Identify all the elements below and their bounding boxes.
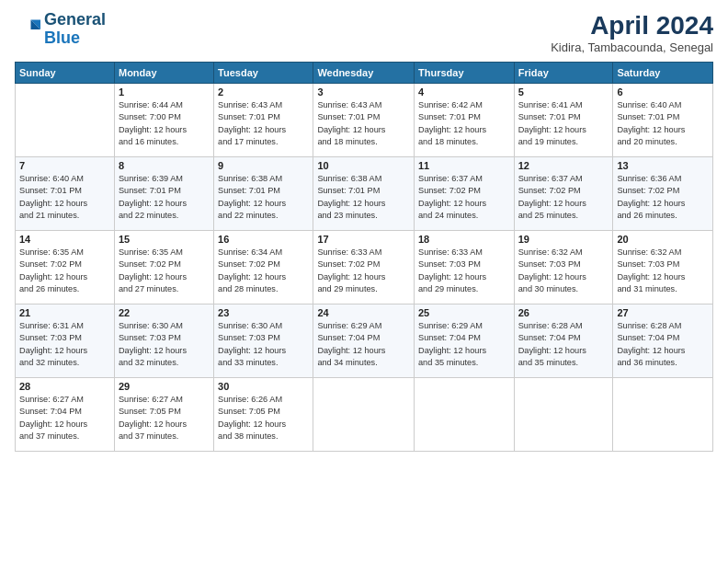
day-info: Sunrise: 6:41 AM Sunset: 7:01 PM Dayligh… <box>518 99 609 148</box>
calendar-cell: 8Sunrise: 6:39 AM Sunset: 7:01 PM Daylig… <box>114 157 213 231</box>
calendar-cell: 24Sunrise: 6:29 AM Sunset: 7:04 PM Dayli… <box>313 304 415 378</box>
day-number: 18 <box>418 234 510 245</box>
day-info: Sunrise: 6:44 AM Sunset: 7:00 PM Dayligh… <box>119 99 210 148</box>
page: General Blue April 2024 Kidira, Tambacou… <box>0 0 728 563</box>
calendar-cell: 13Sunrise: 6:36 AM Sunset: 7:02 PM Dayli… <box>613 157 713 231</box>
calendar-cell: 16Sunrise: 6:34 AM Sunset: 7:02 PM Dayli… <box>214 231 313 304</box>
calendar-cell: 19Sunrise: 6:32 AM Sunset: 7:03 PM Dayli… <box>514 231 613 304</box>
col-friday: Friday <box>514 63 613 84</box>
calendar-cell: 3Sunrise: 6:43 AM Sunset: 7:01 PM Daylig… <box>313 84 415 157</box>
day-number: 9 <box>218 160 309 171</box>
day-number: 16 <box>218 234 309 245</box>
day-number: 6 <box>617 86 709 98</box>
day-number: 26 <box>518 307 609 318</box>
calendar-table: Sunday Monday Tuesday Wednesday Thursday… <box>15 62 713 452</box>
day-number: 28 <box>19 381 110 392</box>
calendar-cell: 1Sunrise: 6:44 AM Sunset: 7:00 PM Daylig… <box>114 84 213 157</box>
day-info: Sunrise: 6:30 AM Sunset: 7:03 PM Dayligh… <box>218 320 309 369</box>
day-info: Sunrise: 6:30 AM Sunset: 7:03 PM Dayligh… <box>119 320 210 369</box>
calendar-cell: 27Sunrise: 6:28 AM Sunset: 7:04 PM Dayli… <box>613 304 713 378</box>
col-monday: Monday <box>114 63 213 84</box>
day-info: Sunrise: 6:34 AM Sunset: 7:02 PM Dayligh… <box>218 247 309 295</box>
week-row-1: 1Sunrise: 6:44 AM Sunset: 7:00 PM Daylig… <box>16 84 713 157</box>
week-row-2: 7Sunrise: 6:40 AM Sunset: 7:01 PM Daylig… <box>16 157 713 231</box>
day-number: 21 <box>19 307 110 318</box>
col-sunday: Sunday <box>16 63 115 84</box>
day-info: Sunrise: 6:28 AM Sunset: 7:04 PM Dayligh… <box>617 320 709 369</box>
calendar-cell: 23Sunrise: 6:30 AM Sunset: 7:03 PM Dayli… <box>214 304 313 378</box>
calendar-cell: 9Sunrise: 6:38 AM Sunset: 7:01 PM Daylig… <box>214 157 313 231</box>
location: Kidira, Tambacounda, Senegal <box>551 40 713 54</box>
day-info: Sunrise: 6:40 AM Sunset: 7:01 PM Dayligh… <box>19 173 110 222</box>
calendar-cell: 7Sunrise: 6:40 AM Sunset: 7:01 PM Daylig… <box>16 157 115 231</box>
day-info: Sunrise: 6:29 AM Sunset: 7:04 PM Dayligh… <box>317 320 410 369</box>
day-number: 3 <box>317 86 410 98</box>
day-info: Sunrise: 6:31 AM Sunset: 7:03 PM Dayligh… <box>19 320 110 369</box>
day-number: 29 <box>119 381 210 392</box>
day-number: 2 <box>218 86 309 98</box>
calendar-cell: 5Sunrise: 6:41 AM Sunset: 7:01 PM Daylig… <box>514 84 613 157</box>
day-number: 10 <box>317 160 410 171</box>
day-number: 17 <box>317 234 410 245</box>
calendar-cell: 11Sunrise: 6:37 AM Sunset: 7:02 PM Dayli… <box>415 157 515 231</box>
day-number: 22 <box>119 307 210 318</box>
day-info: Sunrise: 6:40 AM Sunset: 7:01 PM Dayligh… <box>617 99 709 148</box>
day-info: Sunrise: 6:27 AM Sunset: 7:05 PM Dayligh… <box>119 394 210 442</box>
day-number: 14 <box>19 234 110 245</box>
calendar-cell: 12Sunrise: 6:37 AM Sunset: 7:02 PM Dayli… <box>514 157 613 231</box>
day-info: Sunrise: 6:38 AM Sunset: 7:01 PM Dayligh… <box>218 173 309 222</box>
column-headers: Sunday Monday Tuesday Wednesday Thursday… <box>16 63 713 84</box>
calendar-cell <box>514 378 613 452</box>
day-info: Sunrise: 6:36 AM Sunset: 7:02 PM Dayligh… <box>617 173 709 222</box>
calendar-cell: 18Sunrise: 6:33 AM Sunset: 7:03 PM Dayli… <box>415 231 515 304</box>
calendar-cell <box>415 378 515 452</box>
day-number: 19 <box>518 234 609 245</box>
calendar-cell: 25Sunrise: 6:29 AM Sunset: 7:04 PM Dayli… <box>415 304 515 378</box>
col-wednesday: Wednesday <box>313 63 415 84</box>
calendar-cell: 17Sunrise: 6:33 AM Sunset: 7:02 PM Dayli… <box>313 231 415 304</box>
calendar-cell: 4Sunrise: 6:42 AM Sunset: 7:01 PM Daylig… <box>415 84 515 157</box>
day-number: 30 <box>218 381 309 392</box>
day-info: Sunrise: 6:26 AM Sunset: 7:05 PM Dayligh… <box>218 394 309 442</box>
day-info: Sunrise: 6:33 AM Sunset: 7:02 PM Dayligh… <box>317 247 410 295</box>
day-number: 7 <box>19 160 110 171</box>
day-number: 12 <box>518 160 609 171</box>
day-number: 25 <box>418 307 510 318</box>
day-number: 13 <box>617 160 709 171</box>
day-info: Sunrise: 6:33 AM Sunset: 7:03 PM Dayligh… <box>418 247 510 295</box>
title-area: April 2024 Kidira, Tambacounda, Senegal <box>551 11 713 54</box>
day-info: Sunrise: 6:27 AM Sunset: 7:04 PM Dayligh… <box>19 394 110 442</box>
calendar-cell: 6Sunrise: 6:40 AM Sunset: 7:01 PM Daylig… <box>613 84 713 157</box>
calendar-cell: 15Sunrise: 6:35 AM Sunset: 7:02 PM Dayli… <box>114 231 213 304</box>
day-info: Sunrise: 6:28 AM Sunset: 7:04 PM Dayligh… <box>518 320 609 369</box>
day-info: Sunrise: 6:42 AM Sunset: 7:01 PM Dayligh… <box>418 99 510 148</box>
day-info: Sunrise: 6:32 AM Sunset: 7:03 PM Dayligh… <box>617 247 709 295</box>
calendar-cell <box>313 378 415 452</box>
logo-text: General Blue <box>44 11 106 48</box>
col-thursday: Thursday <box>415 63 515 84</box>
calendar-cell: 29Sunrise: 6:27 AM Sunset: 7:05 PM Dayli… <box>114 378 213 452</box>
calendar-cell: 30Sunrise: 6:26 AM Sunset: 7:05 PM Dayli… <box>214 378 313 452</box>
day-info: Sunrise: 6:37 AM Sunset: 7:02 PM Dayligh… <box>518 173 609 222</box>
calendar-cell: 28Sunrise: 6:27 AM Sunset: 7:04 PM Dayli… <box>16 378 115 452</box>
logo-line1: General <box>44 10 106 29</box>
day-info: Sunrise: 6:32 AM Sunset: 7:03 PM Dayligh… <box>518 247 609 295</box>
calendar-cell: 22Sunrise: 6:30 AM Sunset: 7:03 PM Dayli… <box>114 304 213 378</box>
week-row-4: 21Sunrise: 6:31 AM Sunset: 7:03 PM Dayli… <box>16 304 713 378</box>
calendar-cell: 21Sunrise: 6:31 AM Sunset: 7:03 PM Dayli… <box>16 304 115 378</box>
day-info: Sunrise: 6:43 AM Sunset: 7:01 PM Dayligh… <box>317 99 410 148</box>
day-number: 5 <box>518 86 609 98</box>
day-number: 11 <box>418 160 510 171</box>
calendar-cell: 10Sunrise: 6:38 AM Sunset: 7:01 PM Dayli… <box>313 157 415 231</box>
day-number: 8 <box>119 160 210 171</box>
day-number: 24 <box>317 307 410 318</box>
calendar-cell: 14Sunrise: 6:35 AM Sunset: 7:02 PM Dayli… <box>16 231 115 304</box>
day-info: Sunrise: 6:35 AM Sunset: 7:02 PM Dayligh… <box>19 247 110 295</box>
calendar-cell: 26Sunrise: 6:28 AM Sunset: 7:04 PM Dayli… <box>514 304 613 378</box>
day-number: 1 <box>119 86 210 98</box>
day-info: Sunrise: 6:39 AM Sunset: 7:01 PM Dayligh… <box>119 173 210 222</box>
day-number: 20 <box>617 234 709 245</box>
day-number: 4 <box>418 86 510 98</box>
day-info: Sunrise: 6:43 AM Sunset: 7:01 PM Dayligh… <box>218 99 309 148</box>
calendar-cell: 2Sunrise: 6:43 AM Sunset: 7:01 PM Daylig… <box>214 84 313 157</box>
